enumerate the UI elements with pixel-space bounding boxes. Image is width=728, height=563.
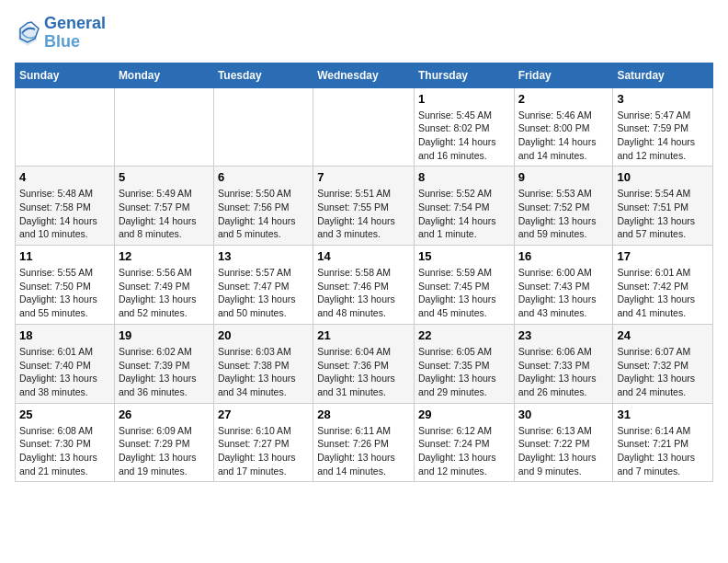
day-number: 5 [119, 170, 210, 184]
calendar-cell: 24Sunrise: 6:07 AM Sunset: 7:32 PM Dayli… [613, 324, 713, 403]
calendar-cell: 27Sunrise: 6:10 AM Sunset: 7:27 PM Dayli… [213, 403, 313, 482]
day-info: Sunrise: 6:08 AM Sunset: 7:30 PM Dayligh… [19, 424, 110, 478]
calendar-cell: 20Sunrise: 6:03 AM Sunset: 7:38 PM Dayli… [213, 324, 313, 403]
day-info: Sunrise: 5:46 AM Sunset: 8:00 PM Dayligh… [518, 109, 609, 163]
logo-text: GeneralBlue [44, 15, 106, 52]
day-number: 1 [418, 92, 510, 106]
week-row-4: 18Sunrise: 6:01 AM Sunset: 7:40 PM Dayli… [16, 324, 713, 403]
calendar-cell [313, 87, 415, 167]
day-number: 8 [418, 170, 510, 184]
day-info: Sunrise: 5:53 AM Sunset: 7:52 PM Dayligh… [518, 187, 609, 241]
page-header: GeneralBlue [15, 15, 713, 52]
day-info: Sunrise: 5:59 AM Sunset: 7:45 PM Dayligh… [418, 266, 510, 320]
calendar-cell: 12Sunrise: 5:56 AM Sunset: 7:49 PM Dayli… [114, 246, 213, 325]
day-number: 16 [518, 249, 609, 263]
day-number: 7 [317, 170, 410, 184]
day-number: 31 [617, 408, 709, 421]
day-number: 18 [19, 328, 110, 342]
header-tuesday: Tuesday [213, 63, 313, 87]
day-info: Sunrise: 5:50 AM Sunset: 7:56 PM Dayligh… [218, 187, 309, 241]
day-info: Sunrise: 6:12 AM Sunset: 7:24 PM Dayligh… [418, 424, 510, 478]
logo-icon [15, 20, 40, 46]
day-info: Sunrise: 6:01 AM Sunset: 7:40 PM Dayligh… [19, 345, 110, 399]
day-info: Sunrise: 5:48 AM Sunset: 7:58 PM Dayligh… [19, 187, 110, 241]
day-info: Sunrise: 6:01 AM Sunset: 7:42 PM Dayligh… [617, 266, 709, 320]
calendar-cell: 10Sunrise: 5:54 AM Sunset: 7:51 PM Dayli… [613, 167, 713, 246]
calendar-cell: 25Sunrise: 6:08 AM Sunset: 7:30 PM Dayli… [16, 403, 115, 482]
day-number: 25 [19, 408, 110, 421]
calendar-cell: 18Sunrise: 6:01 AM Sunset: 7:40 PM Dayli… [16, 324, 115, 403]
logo: GeneralBlue [15, 15, 106, 52]
day-info: Sunrise: 5:49 AM Sunset: 7:57 PM Dayligh… [119, 187, 210, 241]
day-info: Sunrise: 6:05 AM Sunset: 7:35 PM Dayligh… [418, 345, 510, 399]
day-info: Sunrise: 6:14 AM Sunset: 7:21 PM Dayligh… [617, 424, 709, 478]
header-wednesday: Wednesday [313, 63, 415, 87]
header-sunday: Sunday [16, 63, 115, 87]
day-number: 9 [518, 170, 609, 184]
calendar-cell: 2Sunrise: 5:46 AM Sunset: 8:00 PM Daylig… [514, 87, 613, 167]
calendar-cell: 29Sunrise: 6:12 AM Sunset: 7:24 PM Dayli… [414, 403, 514, 482]
day-info: Sunrise: 5:58 AM Sunset: 7:46 PM Dayligh… [317, 266, 410, 320]
header-monday: Monday [114, 63, 213, 87]
calendar-cell [213, 87, 313, 167]
calendar-header-row: SundayMondayTuesdayWednesdayThursdayFrid… [16, 63, 713, 87]
day-number: 13 [218, 249, 309, 263]
day-info: Sunrise: 5:56 AM Sunset: 7:49 PM Dayligh… [119, 266, 210, 320]
week-row-2: 4Sunrise: 5:48 AM Sunset: 7:58 PM Daylig… [16, 167, 713, 246]
header-thursday: Thursday [414, 63, 514, 87]
calendar-cell: 4Sunrise: 5:48 AM Sunset: 7:58 PM Daylig… [16, 167, 115, 246]
day-info: Sunrise: 6:11 AM Sunset: 7:26 PM Dayligh… [317, 424, 410, 478]
calendar-cell [114, 87, 213, 167]
calendar-cell: 19Sunrise: 6:02 AM Sunset: 7:39 PM Dayli… [114, 324, 213, 403]
day-number: 20 [218, 328, 309, 342]
calendar-cell: 11Sunrise: 5:55 AM Sunset: 7:50 PM Dayli… [16, 246, 115, 325]
day-info: Sunrise: 6:10 AM Sunset: 7:27 PM Dayligh… [218, 424, 309, 478]
calendar-cell: 28Sunrise: 6:11 AM Sunset: 7:26 PM Dayli… [313, 403, 415, 482]
day-number: 24 [617, 328, 709, 342]
calendar-cell: 21Sunrise: 6:04 AM Sunset: 7:36 PM Dayli… [313, 324, 415, 403]
calendar-cell: 5Sunrise: 5:49 AM Sunset: 7:57 PM Daylig… [114, 167, 213, 246]
day-number: 3 [617, 92, 709, 106]
calendar-cell: 7Sunrise: 5:51 AM Sunset: 7:55 PM Daylig… [313, 167, 415, 246]
day-number: 23 [518, 328, 609, 342]
day-info: Sunrise: 6:03 AM Sunset: 7:38 PM Dayligh… [218, 345, 309, 399]
calendar-cell: 13Sunrise: 5:57 AM Sunset: 7:47 PM Dayli… [213, 246, 313, 325]
day-number: 15 [418, 249, 510, 263]
calendar-cell: 15Sunrise: 5:59 AM Sunset: 7:45 PM Dayli… [414, 246, 514, 325]
day-info: Sunrise: 5:45 AM Sunset: 8:02 PM Dayligh… [418, 109, 510, 163]
calendar-cell: 1Sunrise: 5:45 AM Sunset: 8:02 PM Daylig… [414, 87, 514, 167]
day-number: 14 [317, 249, 410, 263]
day-number: 22 [418, 328, 510, 342]
day-number: 30 [518, 408, 609, 421]
day-number: 6 [218, 170, 309, 184]
calendar-cell: 3Sunrise: 5:47 AM Sunset: 7:59 PM Daylig… [613, 87, 713, 167]
calendar-cell: 8Sunrise: 5:52 AM Sunset: 7:54 PM Daylig… [414, 167, 514, 246]
day-info: Sunrise: 6:02 AM Sunset: 7:39 PM Dayligh… [119, 345, 210, 399]
calendar-cell: 31Sunrise: 6:14 AM Sunset: 7:21 PM Dayli… [613, 403, 713, 482]
day-number: 29 [418, 408, 510, 421]
day-number: 28 [317, 408, 410, 421]
day-number: 21 [317, 328, 410, 342]
day-info: Sunrise: 6:06 AM Sunset: 7:33 PM Dayligh… [518, 345, 609, 399]
day-info: Sunrise: 6:00 AM Sunset: 7:43 PM Dayligh… [518, 266, 609, 320]
day-number: 19 [119, 328, 210, 342]
day-info: Sunrise: 6:04 AM Sunset: 7:36 PM Dayligh… [317, 345, 410, 399]
calendar-cell: 30Sunrise: 6:13 AM Sunset: 7:22 PM Dayli… [514, 403, 613, 482]
day-number: 4 [19, 170, 110, 184]
calendar-cell [16, 87, 115, 167]
calendar-cell: 9Sunrise: 5:53 AM Sunset: 7:52 PM Daylig… [514, 167, 613, 246]
day-info: Sunrise: 6:09 AM Sunset: 7:29 PM Dayligh… [119, 424, 210, 478]
calendar-table: SundayMondayTuesdayWednesdayThursdayFrid… [15, 63, 713, 483]
calendar-cell: 17Sunrise: 6:01 AM Sunset: 7:42 PM Dayli… [613, 246, 713, 325]
calendar-cell: 16Sunrise: 6:00 AM Sunset: 7:43 PM Dayli… [514, 246, 613, 325]
day-info: Sunrise: 6:07 AM Sunset: 7:32 PM Dayligh… [617, 345, 709, 399]
day-number: 26 [119, 408, 210, 421]
day-info: Sunrise: 5:54 AM Sunset: 7:51 PM Dayligh… [617, 187, 709, 241]
week-row-3: 11Sunrise: 5:55 AM Sunset: 7:50 PM Dayli… [16, 246, 713, 325]
calendar-cell: 14Sunrise: 5:58 AM Sunset: 7:46 PM Dayli… [313, 246, 415, 325]
calendar-cell: 23Sunrise: 6:06 AM Sunset: 7:33 PM Dayli… [514, 324, 613, 403]
day-info: Sunrise: 5:52 AM Sunset: 7:54 PM Dayligh… [418, 187, 510, 241]
day-number: 2 [518, 92, 609, 106]
day-number: 10 [617, 170, 709, 184]
calendar-cell: 22Sunrise: 6:05 AM Sunset: 7:35 PM Dayli… [414, 324, 514, 403]
